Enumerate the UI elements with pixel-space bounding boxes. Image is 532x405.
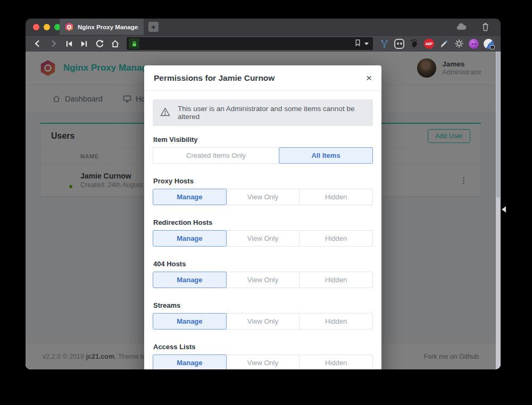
pen-extension-icon[interactable] [437,37,451,50]
favicon-npm-icon [65,23,73,31]
visibility-label: Item Visibility [153,136,373,144]
option-view-only[interactable]: View Only [226,313,300,330]
page-scrollbar[interactable] [496,52,501,369]
adblock-extension-icon[interactable]: ABP [422,37,436,50]
option-manage[interactable]: Manage [153,272,227,288]
redirection-hosts-options-group: Manage View Only Hidden [153,230,373,247]
forward-button[interactable] [46,37,60,50]
browser-tabstrip: Nginx Proxy Manager + [26,19,501,35]
streams-section: Streams Manage View Only Hidden [153,301,373,330]
option-manage[interactable]: Manage [153,189,227,205]
home-button[interactable] [108,37,122,50]
proxy-hosts-section: Proxy Hosts Manage View Only Hidden [153,177,373,205]
section-label: Streams [153,301,373,309]
option-view-only[interactable]: View Only [226,355,300,369]
access-lists-section: Access Lists Manage View Only Hidden [153,343,373,369]
purple-monkey-extension-icon[interactable] [467,37,480,50]
option-manage[interactable]: Manage [153,313,227,330]
redirection-hosts-section: Redirection Hosts Manage View Only Hidde… [153,218,373,247]
admin-alert: This user is an Administrator and some i… [153,99,373,126]
trash-icon[interactable] [478,21,492,33]
option-created-items-only[interactable]: Created Items Only [153,147,279,164]
option-manage[interactable]: Manage [153,230,227,247]
modal-title: Permissions for Jamie Curnow [154,73,275,83]
visibility-options-group: Created Items Only All Items [153,147,373,164]
edge-arrow-icon [502,206,506,213]
browser-viewport: Nginx Proxy Manager James Administrator … [26,52,501,369]
warning-icon [160,107,170,118]
skip-end-icon[interactable] [77,37,91,50]
gear-extension-icon[interactable] [452,37,466,50]
npm-page: Nginx Proxy Manager James Administrator … [26,52,496,369]
section-label: Proxy Hosts [153,177,373,185]
option-hidden[interactable]: Hidden [299,313,373,330]
url-bar[interactable] [127,37,373,50]
close-icon[interactable]: × [366,73,372,83]
alert-text: This user is an Administrator and some i… [178,105,365,121]
scrollbar-thumb[interactable] [496,52,500,198]
option-all-items[interactable]: All Items [279,147,373,164]
option-hidden[interactable]: Hidden [299,189,373,205]
desktop: Nginx Proxy Manager + [0,0,532,405]
skip-start-icon[interactable] [62,37,76,50]
option-view-only[interactable]: View Only [226,272,300,288]
browser-toolbar: ABP [26,35,501,52]
container-extension-icon[interactable] [393,37,406,50]
option-hidden[interactable]: Hidden [299,230,373,247]
tab-title: Nginx Proxy Manager [78,24,138,30]
browser-tab[interactable]: Nginx Proxy Manager [60,19,144,35]
streams-options-group: Manage View Only Hidden [153,313,373,330]
lock-icon[interactable] [129,38,139,49]
visibility-section: Item Visibility Created Items Only All I… [153,136,373,164]
bookmark-dropdown-caret-icon[interactable] [364,43,369,45]
option-hidden[interactable]: Hidden [299,272,373,288]
privacy-extension-icon[interactable] [482,37,495,50]
option-view-only[interactable]: View Only [226,189,300,205]
access-lists-options-group: Manage View Only Hidden [153,355,373,369]
new-tab-button[interactable]: + [148,22,159,32]
section-label: Access Lists [153,343,373,351]
window-close-button[interactable] [33,24,39,30]
browser-window: Nginx Proxy Manager + [26,19,501,369]
proxy-hosts-options-group: Manage View Only Hidden [153,189,373,205]
fork-extension-icon[interactable] [378,37,391,50]
reload-button[interactable] [93,37,106,50]
section-label: Redirection Hosts [153,218,373,226]
back-button[interactable] [31,37,45,50]
permissions-modal: Permissions for Jamie Curnow × This user… [144,65,381,369]
option-view-only[interactable]: View Only [226,230,300,247]
cloud-sync-icon[interactable] [455,21,469,33]
option-hidden[interactable]: Hidden [299,355,373,369]
bookmark-icon[interactable] [354,39,361,49]
section-label: 404 Hosts [153,260,373,268]
404-hosts-section: 404 Hosts Manage View Only Hidden [153,260,373,288]
gnome-foot-extension-icon[interactable] [408,37,421,50]
option-manage[interactable]: Manage [153,355,227,369]
traffic-lights [33,24,61,30]
404-hosts-options-group: Manage View Only Hidden [153,272,373,288]
window-minimize-button[interactable] [44,24,50,30]
